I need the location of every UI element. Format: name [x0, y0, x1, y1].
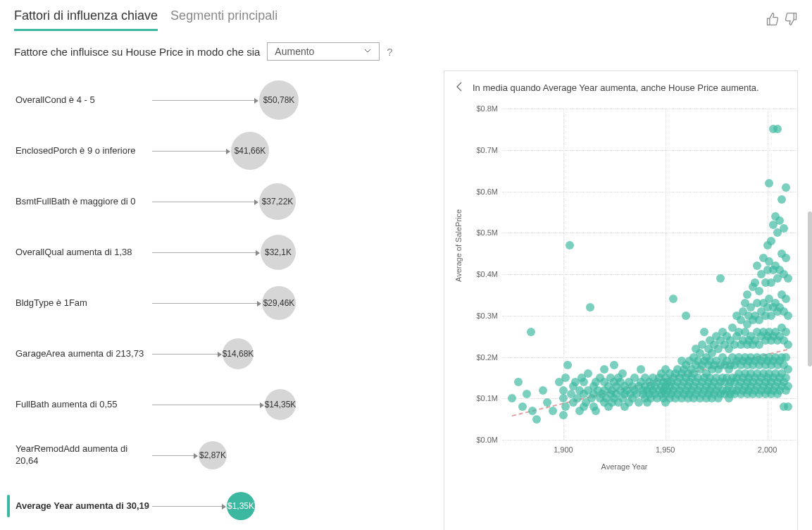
data-point	[559, 394, 568, 402]
y-tick-label: $0.4M	[470, 270, 498, 278]
data-point	[518, 402, 527, 411]
data-point	[508, 394, 516, 402]
data-point	[773, 125, 782, 133]
data-point	[561, 374, 570, 382]
influencer-value-bubble: $37,22K	[259, 183, 296, 220]
arrow-icon	[152, 202, 258, 202]
arrow-icon	[152, 100, 258, 101]
x-axis-label: Average Year	[601, 462, 648, 471]
data-point	[580, 378, 588, 386]
data-point	[527, 328, 535, 336]
data-point	[559, 411, 568, 419]
data-point	[782, 328, 790, 336]
influencer-label: BldgType è 1Fam	[4, 297, 152, 309]
data-point	[751, 278, 759, 287]
influencer-row[interactable]: BldgType è 1Fam$29,46K	[4, 278, 434, 328]
data-point	[765, 179, 773, 187]
data-point	[782, 183, 790, 192]
data-point	[523, 390, 531, 398]
y-tick-label: $0.3M	[470, 312, 498, 320]
data-point	[600, 365, 608, 374]
scrollbar-thumb[interactable]	[808, 211, 812, 366]
scatter-chart: Average of SalePrice Average Year $0.0M$…	[461, 101, 787, 482]
data-point	[755, 287, 763, 295]
data-point	[716, 274, 725, 283]
data-point	[514, 378, 523, 386]
influencer-label: EnclosedPorch è 9 o inferiore	[4, 145, 152, 157]
feedback-controls	[766, 12, 798, 28]
data-point	[584, 369, 592, 378]
influencer-row[interactable]: OverallQual aumenta di 1,38$32,1K	[4, 227, 434, 278]
influencer-value-bubble: $41,66K	[231, 132, 269, 170]
detail-headline: In media quando Average Year aumenta, an…	[473, 82, 759, 93]
influencer-label: OverallQual aumenta di 1,38	[4, 247, 152, 259]
tab-key-influencers[interactable]: Fattori di influenza chiave	[14, 8, 158, 31]
data-point	[543, 398, 551, 407]
question-text: Fattore che influisce su House Price in …	[14, 46, 260, 58]
y-axis-label: Average of SalePrice	[454, 209, 463, 282]
data-point	[782, 295, 790, 303]
influencer-value-bubble: $32,1K	[261, 235, 296, 270]
data-point	[618, 369, 627, 378]
y-tick-label: $0.5M	[470, 228, 498, 237]
y-tick-label: $0.7M	[470, 146, 498, 154]
influencer-row[interactable]: Average Year aumenta di 30,19$1,35K	[4, 481, 434, 530]
data-point	[743, 290, 751, 299]
data-point	[767, 237, 775, 245]
x-tick-label: 1,950	[656, 445, 675, 454]
influencer-value-bubble: $29,46K	[262, 286, 296, 320]
thumbs-up-icon[interactable]	[766, 12, 780, 28]
y-tick-label: $0.8M	[470, 104, 498, 113]
influencer-value-bubble: $50,78K	[259, 80, 299, 120]
influencer-row[interactable]: GarageArea aumenta di 213,73$14,68K	[4, 328, 434, 379]
chevron-down-icon	[363, 46, 372, 57]
influencer-row[interactable]: BsmtFullBath è maggiore di 0$37,22K	[4, 176, 434, 227]
data-point	[549, 407, 557, 415]
arrow-icon	[152, 455, 197, 456]
influencer-row[interactable]: OverallCond è 4 - 5$50,78K	[4, 75, 434, 125]
influencer-label: Average Year aumenta di 30,19	[4, 500, 152, 512]
data-point	[782, 374, 790, 382]
influencer-value-bubble: $1,35K	[227, 492, 255, 520]
data-point	[784, 340, 792, 349]
data-point	[637, 365, 645, 374]
arrow-icon	[152, 303, 261, 304]
data-point	[610, 361, 618, 369]
data-point	[592, 407, 600, 415]
data-point	[539, 386, 547, 395]
data-point	[559, 386, 568, 395]
help-icon[interactable]: ?	[387, 46, 392, 58]
y-tick-label: $0.1M	[470, 394, 498, 402]
arrow-icon	[152, 506, 225, 507]
thumbs-down-icon[interactable]	[784, 12, 798, 28]
influencer-label: YearRemodAdd aumenta di 20,64	[4, 443, 152, 467]
data-point	[566, 241, 574, 249]
data-point	[784, 402, 792, 411]
arrow-icon	[152, 151, 230, 152]
arrow-icon	[152, 405, 263, 405]
data-point	[784, 365, 792, 374]
influencer-value-bubble: $14,68K	[223, 338, 254, 369]
data-point	[784, 312, 792, 320]
data-point	[777, 195, 786, 204]
y-tick-label: $0.6M	[470, 187, 498, 196]
influencer-row[interactable]: EnclosedPorch è 9 o inferiore$41,66K	[4, 125, 434, 176]
data-point	[782, 254, 790, 262]
influencer-label: OverallCond è 4 - 5	[4, 94, 152, 106]
influencer-value-bubble: $2,87K	[199, 441, 227, 469]
back-arrow-icon[interactable]	[454, 81, 466, 94]
tabs: Fattori di influenza chiave Segmenti pri…	[14, 8, 277, 31]
data-point	[532, 415, 541, 424]
direction-dropdown[interactable]: Aumento	[267, 42, 380, 61]
influencer-row[interactable]: FullBath aumenta di 0,55$14,35K	[4, 379, 434, 430]
y-tick-label: $0.0M	[470, 436, 498, 444]
data-point	[563, 361, 572, 369]
data-point	[669, 295, 677, 303]
tab-top-segments[interactable]: Segmenti principali	[170, 8, 277, 31]
data-point	[561, 402, 570, 411]
data-point	[700, 328, 708, 336]
influencer-row[interactable]: YearRemodAdd aumenta di 20,64$2,87K	[4, 430, 434, 481]
data-point	[586, 303, 594, 312]
data-point	[784, 274, 792, 283]
arrow-icon	[152, 354, 221, 355]
